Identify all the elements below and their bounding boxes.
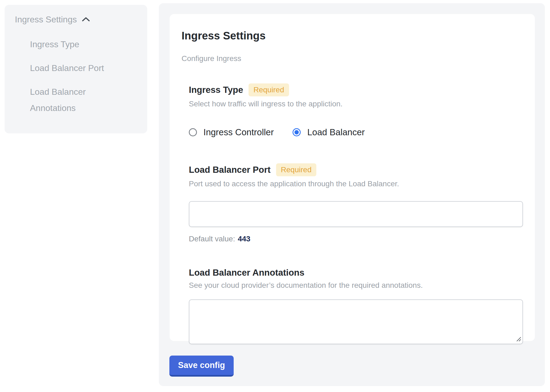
radio-label: Ingress Controller [203, 127, 274, 137]
save-config-button[interactable]: Save config [169, 356, 234, 377]
load-balancer-annotations-textarea[interactable] [189, 299, 523, 344]
default-value: 443 [238, 235, 250, 243]
default-value-label: Default value: [189, 235, 235, 243]
section-load-balancer-annotations-header: Load Balancer Annotations [189, 268, 523, 278]
settings-sidebar: Ingress Settings Ingress Type Load Balan… [5, 5, 147, 133]
radio-option-load-balancer[interactable]: Load Balancer [293, 127, 365, 137]
section-load-balancer-port-header: Load Balancer Port Required [189, 163, 523, 176]
sidebar-item-load-balancer-port[interactable]: Load Balancer Port [30, 60, 119, 76]
radio-label: Load Balancer [307, 127, 365, 137]
load-balancer-port-input[interactable] [189, 201, 523, 227]
section-ingress-type: Ingress Type Required Select how traffic… [189, 83, 523, 137]
section-description: Port used to access the application thro… [189, 180, 523, 188]
page-title: Ingress Settings [182, 30, 523, 42]
chevron-up-icon [82, 17, 90, 22]
annotations-textarea-wrap [189, 299, 523, 344]
section-ingress-type-header: Ingress Type Required [189, 83, 523, 96]
sidebar-item-list: Ingress Type Load Balancer Port Load Bal… [30, 36, 136, 116]
radio-option-ingress-controller[interactable]: Ingress Controller [189, 127, 274, 137]
sidebar-section-ingress-settings[interactable]: Ingress Settings [15, 12, 136, 27]
section-description: Select how traffic will ingress to the a… [189, 100, 523, 108]
main-panel: Ingress Settings Configure Ingress Ingre… [159, 3, 545, 386]
section-title: Load Balancer Port [189, 165, 271, 175]
required-badge: Required [276, 163, 317, 176]
ingress-settings-card: Ingress Settings Configure Ingress Ingre… [170, 14, 535, 341]
sidebar-section-label: Ingress Settings [15, 12, 77, 27]
required-badge: Required [249, 83, 289, 96]
section-title: Load Balancer Annotations [189, 268, 304, 278]
ingress-type-radio-group: Ingress Controller Load Balancer [189, 127, 523, 137]
section-title: Ingress Type [189, 85, 243, 95]
page-subtitle: Configure Ingress [182, 54, 523, 63]
radio-button-icon [189, 128, 197, 136]
default-value-line: Default value:443 [189, 235, 523, 243]
radio-button-icon [293, 128, 301, 136]
section-description: See your cloud provider’s documentation … [189, 281, 523, 290]
form-sections: Ingress Type Required Select how traffic… [189, 83, 523, 344]
section-load-balancer-port: Load Balancer Port Required Port used to… [189, 163, 523, 243]
sidebar-item-ingress-type[interactable]: Ingress Type [30, 36, 119, 52]
section-load-balancer-annotations: Load Balancer Annotations See your cloud… [189, 268, 523, 344]
sidebar-item-load-balancer-annotations[interactable]: Load Balancer Annotations [30, 84, 119, 116]
